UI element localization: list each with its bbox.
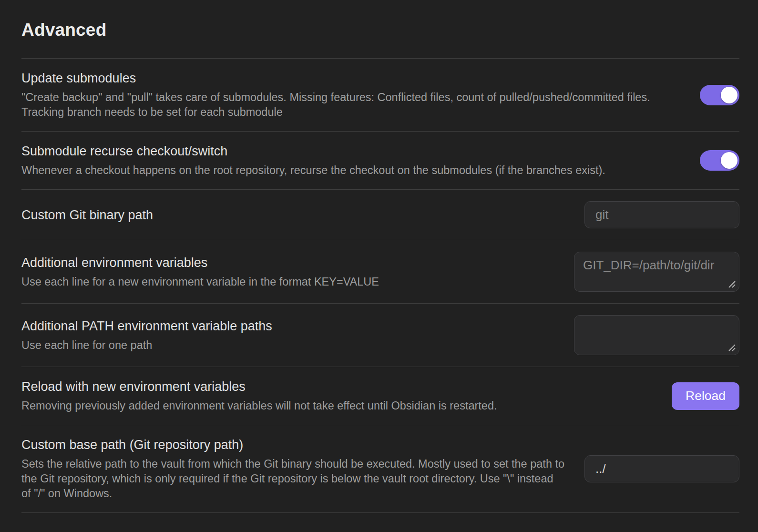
setting-description: Use each line for one path [21,338,555,353]
setting-name: Additional PATH environment variable pat… [21,318,555,334]
setting-row-submodule-recurse: Submodule recurse checkout/switch Whenev… [21,131,739,189]
setting-info: Reload with new environment variables Re… [21,379,653,413]
setting-name: Reload with new environment variables [21,379,653,395]
setting-row-reload-env: Reload with new environment variables Re… [21,367,739,425]
setting-name: Update submodules [21,70,681,86]
setting-row-git-binary-path: Custom Git binary path [21,189,739,240]
setting-info: Custom base path (Git repository path) S… [21,437,565,501]
setting-row-env-variables: Additional environment variables Use eac… [21,240,739,303]
setting-name: Custom Git binary path [21,207,565,223]
path-paths-textarea-wrap [574,315,739,355]
setting-description: "Create backup" and "pull" takes care of… [21,90,681,120]
update-submodules-toggle[interactable] [700,85,739,105]
setting-control [700,150,739,171]
reload-button[interactable]: Reload [672,382,739,410]
setting-control [574,315,739,355]
git-binary-path-input[interactable] [584,201,739,228]
submodule-recurse-toggle[interactable] [700,150,739,171]
divider [21,512,739,513]
setting-name: Additional environment variables [21,255,555,271]
setting-row-update-submodules: Update submodules "Create backup" and "p… [21,58,739,131]
path-paths-textarea[interactable] [574,316,739,355]
setting-description: Use each line for a new environment vari… [21,275,555,289]
setting-description: Removing previously added environment va… [21,399,653,413]
setting-control [700,85,739,105]
setting-row-custom-base-path: Custom base path (Git repository path) S… [21,425,739,512]
toggle-knob [721,87,738,103]
setting-control [584,201,739,228]
setting-name: Custom base path (Git repository path) [21,437,565,453]
setting-info: Update submodules "Create backup" and "p… [21,70,681,120]
setting-control [574,252,739,292]
page-title: Advanced [21,0,739,40]
setting-description: Sets the relative path to the vault from… [21,457,565,501]
setting-info: Additional environment variables Use eac… [21,255,555,289]
setting-info: Submodule recurse checkout/switch Whenev… [21,143,681,178]
setting-info: Additional PATH environment variable pat… [21,318,555,353]
env-variables-textarea[interactable] [574,252,739,291]
custom-base-path-input[interactable] [584,455,739,482]
env-variables-textarea-wrap [574,252,739,292]
settings-page-advanced: Advanced Update submodules "Create backu… [0,0,758,513]
setting-control [584,455,739,482]
setting-name: Submodule recurse checkout/switch [21,143,681,159]
toggle-knob [721,152,738,169]
setting-row-path-variable-paths: Additional PATH environment variable pat… [21,303,739,367]
setting-description: Whenever a checkout happens on the root … [21,163,681,178]
setting-info: Custom Git binary path [21,207,565,223]
setting-control: Reload [672,382,739,410]
